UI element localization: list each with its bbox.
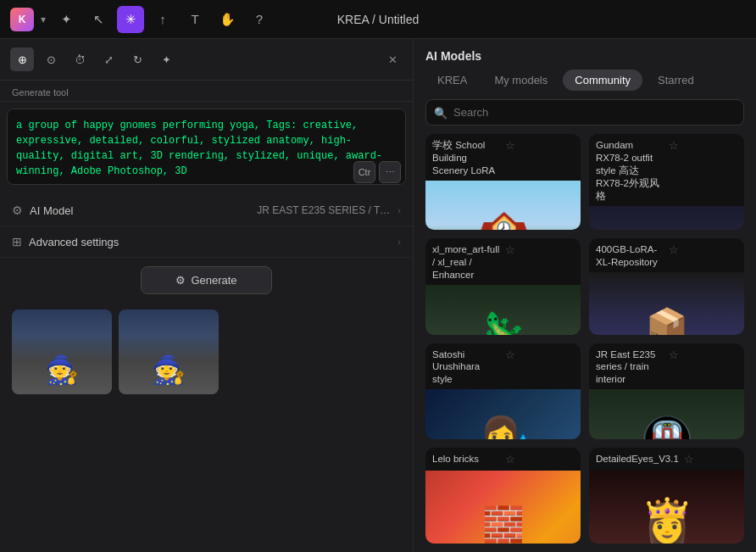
model-400gb-star[interactable]: ☆ [667, 243, 738, 258]
tool-pan[interactable]: ✋ [214, 6, 241, 33]
model-card-school[interactable]: 学校 School Building Scenery LoRA ☆ [425, 134, 581, 230]
panel-header: ⊕ ⊙ ⏱ ⤢ ↻ ✦ ✕ [0, 39, 413, 81]
page-title: KREA / Untitled [337, 13, 420, 26]
model-card-gundam[interactable]: Gundam RX78-2 outfit style 高达RX78-2外观风格 … [589, 134, 744, 230]
model-card-eyes[interactable]: DetailedEyes_V3.1 ☆ [589, 448, 744, 544]
model-lelo-star[interactable]: ☆ [503, 453, 575, 467]
topbar-left: K ▾ ✦ ↖ ✳ ↑ T ✋ ? [10, 6, 273, 33]
panel-tabs: ⊕ ⊙ ⏱ ⤢ ↻ ✦ [10, 47, 375, 71]
model-satoshi-star[interactable]: ☆ [503, 348, 575, 363]
tool-help[interactable]: ? [246, 6, 273, 33]
model-tabs: KREA My models Community Starred [414, 70, 756, 99]
model-satoshi-name: Satoshi Urushihara style [432, 348, 500, 387]
model-gundam-thumb [589, 206, 744, 231]
model-400gb-thumb [589, 272, 744, 334]
model-eyes-star[interactable]: ☆ [682, 453, 737, 467]
model-jr-name: JR East E235 series / train interior [596, 348, 664, 387]
model-card-satoshi[interactable]: Satoshi Urushihara style ☆ [425, 343, 581, 439]
tool-text[interactable]: T [181, 6, 208, 33]
model-school-star[interactable]: ☆ [503, 139, 575, 153]
model-xl-name: xl_more_art-full / xl_real / Enhancer [432, 243, 500, 282]
models-grid: 学校 School Building Scenery LoRA ☆ Gundam… [414, 134, 756, 552]
model-400gb-name: 400GB-LoRA-XL-Repository [596, 243, 664, 269]
panel-tab-timer[interactable]: ⏱ [68, 47, 92, 71]
advanced-settings-row[interactable]: ⊞ Advanced settings › [0, 226, 413, 258]
close-button[interactable]: ✕ [382, 49, 403, 70]
tab-krea[interactable]: KREA [425, 70, 479, 91]
generate-tool-label: Generate tool [0, 81, 413, 102]
model-xl-thumb [425, 285, 581, 334]
right-panel: AI Models KREA My models Community Starr… [414, 39, 756, 552]
model-jr-thumb [589, 389, 744, 438]
prompt-textarea[interactable] [7, 109, 406, 185]
ai-model-row[interactable]: ⚙ AI Model JR EAST E235 SERIES / TR... › [0, 195, 413, 226]
generate-icon: ⚙ [175, 274, 186, 287]
advanced-settings-label: Advanced settings [29, 236, 397, 248]
tab-community[interactable]: Community [563, 70, 642, 91]
model-xl-star[interactable]: ☆ [503, 243, 575, 258]
left-panel: ⊕ ⊙ ⏱ ⤢ ↻ ✦ ✕ Generate tool Ctr ⋯ [0, 39, 414, 552]
advanced-settings-chevron-icon: › [397, 237, 401, 247]
prompt-actions: Ctr ⋯ [353, 161, 401, 183]
model-card-jr[interactable]: JR East E235 series / train interior ☆ [589, 343, 744, 439]
logo-chevron-icon[interactable]: ▾ [41, 14, 46, 25]
panel-tab-star[interactable]: ✦ [154, 47, 178, 71]
model-eyes-thumb [589, 471, 744, 544]
model-school-thumb [425, 181, 581, 230]
sliders-icon: ⊞ [12, 235, 22, 248]
model-satoshi-thumb [425, 389, 581, 438]
logo-button[interactable]: K [10, 8, 34, 31]
model-school-name: 学校 School Building Scenery LoRA [432, 139, 500, 177]
model-jr-star[interactable]: ☆ [667, 348, 738, 363]
prompt-area-wrapper: Ctr ⋯ [7, 109, 406, 188]
ai-model-value: JR EAST E235 SERIES / TR... [257, 204, 392, 216]
generate-btn-wrapper: ⚙ Generate [0, 258, 413, 303]
panel-tab-generate[interactable]: ⊕ [10, 47, 34, 71]
panel-tab-refresh[interactable]: ↻ [125, 47, 149, 71]
tool-pointer[interactable]: ↖ [85, 6, 112, 33]
tab-starred[interactable]: Starred [646, 70, 706, 91]
tool-group: ✦ ↖ ✳ ↑ T ✋ ? [53, 6, 273, 33]
tool-share[interactable]: ↑ [149, 6, 176, 33]
tool-generate[interactable]: ✳ [117, 6, 144, 33]
model-card-xl[interactable]: xl_more_art-full / xl_real / Enhancer ☆ [425, 238, 581, 334]
tab-my-models[interactable]: My models [482, 70, 559, 91]
generate-button[interactable]: ⚙ Generate [141, 266, 271, 294]
model-gundam-name: Gundam RX78-2 outfit style 高达RX78-2外观风格 [596, 139, 664, 203]
model-lelo-name: Lelo bricks [432, 453, 500, 466]
main-layout: ⊕ ⊙ ⏱ ⤢ ↻ ✦ ✕ Generate tool Ctr ⋯ [0, 39, 756, 552]
ai-models-title: AI Models [414, 39, 756, 70]
ai-model-label: AI Model [30, 204, 257, 217]
search-wrapper: 🔍 [425, 99, 744, 125]
model-eyes-name: DetailedEyes_V3.1 [596, 453, 679, 466]
search-icon: 🔍 [434, 106, 447, 119]
thumbnail-2[interactable] [119, 309, 219, 394]
ai-model-icon: ⚙ [12, 204, 23, 217]
model-card-lelo[interactable]: Lelo bricks ☆ [425, 448, 581, 544]
model-gundam-star[interactable]: ☆ [667, 139, 738, 153]
thumbnail-1[interactable] [12, 309, 112, 394]
thumbnail-row [0, 303, 413, 401]
topbar: K ▾ ✦ ↖ ✳ ↑ T ✋ ? KREA / Untitled [0, 0, 756, 39]
model-lelo-thumb [425, 471, 581, 544]
more-options-button[interactable]: ⋯ [379, 161, 401, 183]
panel-tab-settings[interactable]: ⊙ [39, 47, 63, 71]
model-card-400gb[interactable]: 400GB-LoRA-XL-Repository ☆ [589, 238, 744, 334]
ai-model-chevron-icon: › [397, 205, 401, 215]
panel-tab-expand[interactable]: ⤢ [97, 47, 120, 71]
search-input[interactable] [425, 99, 744, 125]
tool-select[interactable]: ✦ [53, 6, 80, 33]
copy-button[interactable]: Ctr [353, 161, 375, 183]
